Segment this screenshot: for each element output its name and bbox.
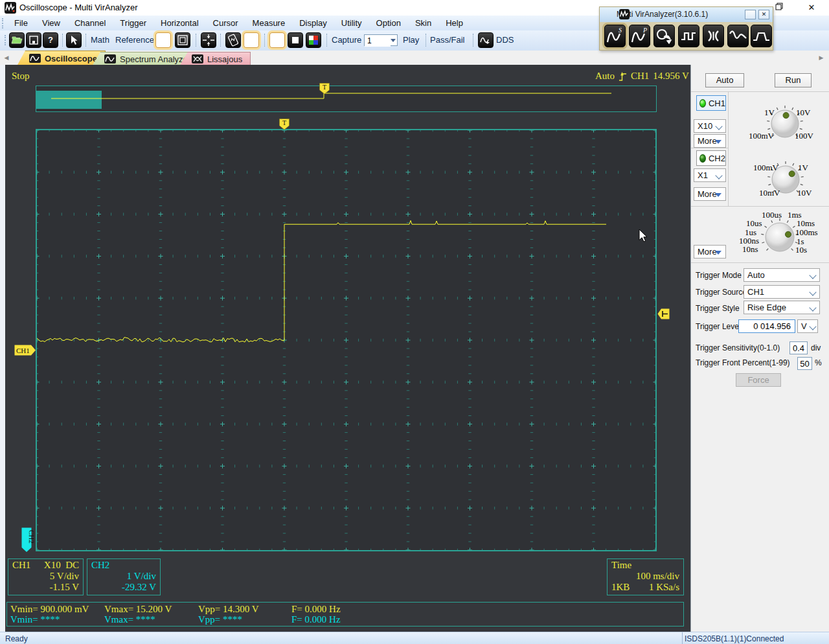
trigger-position-flag[interactable]: T [279, 119, 290, 130]
capture-count-input[interactable] [365, 35, 391, 47]
tab-scroll-left-icon[interactable]: ◀ [2, 53, 11, 62]
tab-scroll-right-icon[interactable]: ▶ [817, 53, 826, 62]
sweep-mode-icon[interactable] [727, 25, 749, 47]
trigger-level-flag[interactable] [657, 308, 670, 319]
help-button[interactable]: ? [43, 32, 58, 48]
menu-file[interactable]: File [7, 16, 35, 30]
ch2-probe-select[interactable]: X1 [694, 168, 726, 182]
ch1-probe-select[interactable]: X10 [694, 119, 726, 133]
ch1-vpp: Vpp= 14.300 V [198, 604, 259, 615]
mini-window-title-bar[interactable]: Multi VirAnalyzer(3.10.6.1) ▼ ✕ [600, 7, 773, 22]
ch1-name: CH1 [12, 560, 30, 571]
ch1-position-flag[interactable]: CH1 [14, 345, 36, 356]
menu-trigger[interactable]: Trigger [113, 16, 153, 30]
audio-wave-mode-icon[interactable] [703, 25, 724, 47]
datalogger-mode-icon[interactable] [653, 25, 675, 47]
reference-button[interactable]: Reference [115, 34, 154, 46]
trigger-level-input[interactable] [738, 319, 795, 333]
stop-draw-button[interactable] [288, 32, 303, 48]
dds-icon[interactable] [478, 32, 494, 48]
scope-display[interactable] [36, 129, 657, 551]
line-draw-button[interactable] [269, 32, 285, 48]
menu-view[interactable]: View [35, 16, 67, 30]
pulse-mode-icon[interactable] [751, 25, 772, 47]
trigger-mode-select[interactable]: Auto [744, 268, 820, 282]
tab-oscilloscope[interactable]: Oscilloscope [17, 51, 106, 66]
tab-label: Oscilloscope [45, 54, 97, 63]
menu-measure[interactable]: Measure [245, 16, 293, 30]
mini-dropdown-button[interactable]: ▼ [745, 10, 756, 19]
tilt-device-button[interactable] [225, 32, 241, 48]
ch2-enable-button[interactable]: CH2 [696, 150, 726, 166]
buffer-preview-bar[interactable] [36, 86, 657, 112]
trigger-front-input[interactable] [797, 357, 812, 370]
pass-fail-button[interactable]: Pass/Fail [430, 34, 464, 46]
ch1-enable-button[interactable]: CH1 [696, 95, 726, 111]
chevron-down-icon [715, 140, 721, 147]
chevron-down-icon [715, 122, 722, 130]
trigger-style-select[interactable]: Rise Edge [744, 301, 820, 314]
timebase-knob[interactable] [765, 222, 795, 252]
preview-trigger-position-flag[interactable]: T [319, 83, 330, 95]
separator [85, 34, 86, 47]
ch2-vmax: Vmax= **** [104, 614, 155, 625]
side-panel-toggle-button[interactable] [155, 32, 171, 48]
svg-text:T: T [323, 84, 326, 91]
spectrum-mode-icon[interactable]: P [629, 25, 650, 47]
timebase-more-dropdown[interactable]: More [694, 245, 726, 259]
grid-3d-button[interactable] [244, 32, 259, 48]
menu-cursor[interactable]: Cursor [206, 16, 245, 30]
chevron-down-icon[interactable] [391, 39, 396, 45]
dds-button[interactable]: DDS [496, 34, 514, 46]
menu-utility[interactable]: Utility [334, 16, 369, 30]
chevron-down-icon [715, 251, 721, 258]
ch2-probe-value: X1 [698, 170, 708, 180]
color-palette-button[interactable] [306, 32, 321, 48]
auto-setup-button[interactable]: Auto [705, 73, 744, 87]
chevron-down-icon [715, 193, 721, 200]
trigger-level-unit-select[interactable]: V [797, 319, 818, 333]
measurement-bar: Vmin= 900.000 mV Vmax= 15.200 V Vpp= 14.… [6, 602, 684, 627]
menu-help[interactable]: Help [438, 16, 470, 30]
square-wave-mode-icon[interactable] [678, 25, 699, 47]
trigger-mode-label: Trigger Mode [696, 271, 742, 280]
ch1-probe-coupling: X10 DC [44, 560, 79, 571]
ch2-more-dropdown[interactable]: More [694, 187, 726, 201]
separator [326, 34, 327, 47]
trigger-source-label: Trigger Source [696, 288, 747, 297]
ch1-probe-value: X10 [698, 121, 712, 131]
menu-skin[interactable]: Skin [408, 16, 438, 30]
timebase-more-label: More [698, 247, 717, 257]
pointer-tool-button[interactable] [66, 32, 82, 48]
ch2-position-flag[interactable]: CH2 [21, 527, 32, 553]
close-icon[interactable]: ✕ [802, 1, 821, 14]
time-readout-box: Time 100 ms/div 1KB1 KSa/s [607, 558, 684, 595]
menu-horizontal[interactable]: Horizontal [153, 16, 206, 30]
menu-option[interactable]: Option [369, 16, 408, 30]
oscilloscope-mode-icon[interactable]: S [604, 25, 626, 47]
mini-close-icon[interactable]: ✕ [758, 10, 769, 19]
separator [62, 34, 63, 47]
ch2-knob-label-10v: 10V [797, 188, 812, 198]
tab-label: Spectrum Analyzer [120, 54, 190, 64]
math-button[interactable]: Math [91, 34, 109, 46]
menu-channel[interactable]: Channel [67, 16, 113, 30]
menu-display[interactable]: Display [292, 16, 334, 30]
open-file-button[interactable] [9, 32, 25, 48]
play-button[interactable]: Play [403, 34, 419, 46]
save-button[interactable] [26, 32, 41, 48]
force-trigger-button[interactable]: Force [736, 373, 781, 387]
trigger-source-select[interactable]: CH1 [744, 285, 820, 299]
run-stop-button[interactable]: Run [775, 73, 812, 87]
trigger-readout-level: 14.956 V [653, 71, 689, 82]
trigger-source-value: CH1 [747, 287, 764, 297]
ch1-more-dropdown[interactable]: More [694, 134, 726, 148]
tab-lissajous[interactable]: Lissajous [179, 52, 251, 66]
collapse-center-button[interactable] [201, 32, 216, 48]
full-window-button[interactable] [175, 32, 190, 48]
tab-bar: ◀ Oscilloscope Spectrum Analyzer Lissajo… [0, 51, 829, 65]
capture-count-combo[interactable] [364, 34, 398, 46]
trigger-sensitivity-input[interactable] [789, 341, 808, 354]
buffer-preview-trace [36, 86, 655, 110]
ch2-knob-label-1v: 1V [798, 163, 808, 173]
